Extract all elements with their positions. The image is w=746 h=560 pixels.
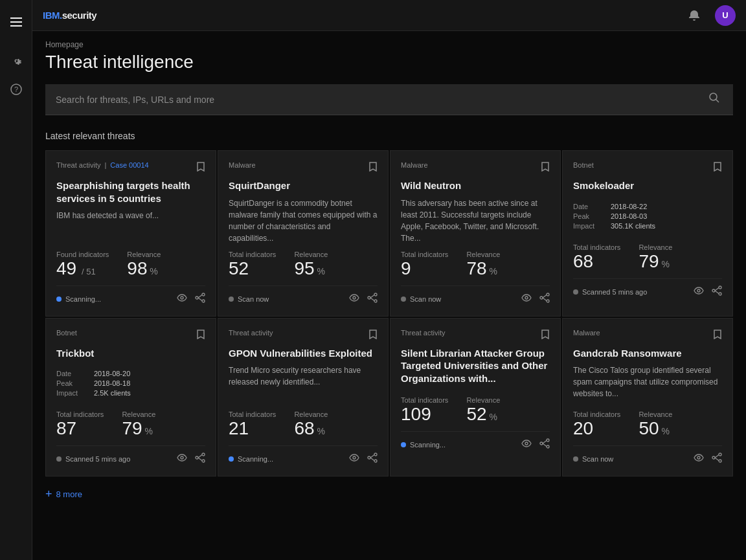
total-indicators-stat: Total indicators 52 (229, 251, 276, 278)
svg-point-34 (196, 456, 198, 459)
share-icon[interactable] (195, 293, 205, 306)
share-icon[interactable] (712, 453, 722, 465)
svg-point-19 (525, 297, 528, 299)
share-icon[interactable] (367, 453, 378, 465)
relevance-stat: Relevance 68 % (294, 410, 328, 438)
view-icon[interactable] (521, 293, 532, 306)
relevance-stat: Relevance 50 % (639, 410, 672, 438)
more-button[interactable]: + 8 more (45, 478, 733, 500)
meta-key: Peak (573, 212, 605, 220)
footer-actions (349, 293, 378, 306)
bookmark-icon[interactable] (368, 161, 378, 174)
svg-point-7 (181, 297, 183, 299)
svg-rect-0 (10, 17, 22, 19)
cards-grid-row1: Threat activity | Case 00014 Spearphishi… (45, 150, 733, 317)
card-status: Scanned 5 mins ago (573, 288, 647, 296)
bookmark-icon[interactable] (196, 329, 205, 342)
meta-row: Date 2018-08-22 (573, 203, 722, 210)
bookmark-icon[interactable] (713, 161, 722, 174)
sidebar-settings-icon[interactable] (3, 48, 29, 74)
view-icon[interactable] (177, 293, 187, 306)
user-avatar[interactable]: U (715, 5, 736, 26)
search-input[interactable] (56, 95, 706, 105)
stat-label-relevance: Relevance (127, 251, 161, 258)
svg-point-44 (547, 439, 549, 442)
threat-card-card-6[interactable]: Threat activity GPON Vulnerabilities Exp… (218, 318, 389, 477)
meta-key: Impact (573, 222, 605, 230)
meta-key: Impact (56, 389, 89, 397)
meta-val: 2018-08-03 (611, 212, 647, 220)
svg-line-12 (198, 298, 202, 301)
page-title: Threat intelligence (45, 52, 733, 73)
share-icon[interactable] (539, 293, 550, 306)
bookmark-icon[interactable] (541, 161, 550, 174)
card-header: Malware (401, 161, 550, 174)
view-icon[interactable] (694, 453, 704, 465)
bookmark-icon[interactable] (541, 329, 550, 342)
card-title: Spearphishing targets health services in… (56, 179, 205, 205)
threat-card-card-2[interactable]: Malware SquirtDanger SquirtDanger is a c… (218, 150, 389, 317)
svg-point-25 (697, 289, 700, 292)
view-icon[interactable] (177, 453, 187, 465)
card-header: Malware (573, 329, 722, 342)
status-text[interactable]: Scan now (410, 295, 441, 303)
svg-point-22 (540, 297, 543, 299)
share-icon[interactable] (712, 286, 722, 298)
share-icon[interactable] (539, 438, 550, 451)
threat-card-card-1[interactable]: Threat activity | Case 00014 Spearphishi… (45, 150, 216, 317)
status-dot (229, 297, 234, 302)
bookmark-icon[interactable] (196, 161, 205, 174)
svg-point-37 (353, 456, 356, 459)
status-dot (229, 456, 234, 462)
relevance-unit: % (659, 426, 670, 436)
main-content: IBM.security U Homepage Threat intellige… (32, 0, 746, 560)
sidebar-menu-icon[interactable] (3, 9, 29, 35)
svg-point-43 (525, 442, 528, 445)
svg-line-36 (198, 458, 202, 461)
bookmark-icon[interactable] (713, 329, 722, 342)
view-icon[interactable] (349, 453, 359, 465)
threat-card-card-8[interactable]: Malware Gandcrab Ransomware The Cisco Ta… (562, 318, 733, 477)
topnav: IBM.security U (32, 0, 746, 31)
status-dot (56, 297, 62, 302)
svg-line-41 (370, 455, 374, 458)
card-type: Threat activity (229, 329, 273, 337)
threat-card-card-7[interactable]: Threat activity Silent Librarian Attacke… (390, 318, 561, 477)
view-icon[interactable] (521, 438, 532, 451)
status-text[interactable]: Scan now (238, 295, 269, 303)
notification-icon[interactable] (684, 5, 705, 26)
status-text[interactable]: Scan now (582, 455, 613, 463)
total-indicators-stat: Total indicators 9 (401, 251, 448, 278)
stat-value-relevance: 95 % (294, 260, 328, 278)
total-indicators-stat: Total indicators 87 (56, 410, 104, 438)
search-button[interactable] (706, 89, 723, 109)
svg-point-52 (712, 456, 715, 459)
card-title: Silent Librarian Attacker Group Targeted… (401, 347, 550, 385)
stat-label-relevance: Relevance (639, 243, 672, 251)
svg-rect-1 (10, 21, 22, 23)
stat-value-relevance: 50 % (639, 420, 672, 438)
svg-line-30 (715, 291, 719, 294)
view-icon[interactable] (349, 293, 359, 306)
card-status: Scanning... (56, 295, 101, 303)
threat-card-card-4[interactable]: Botnet Smokeloader Date 2018-08-22 Peak … (562, 150, 733, 317)
card-type: Botnet (573, 161, 594, 169)
share-icon[interactable] (367, 293, 378, 306)
share-icon[interactable] (195, 453, 205, 465)
threat-card-card-5[interactable]: Botnet Trickbot Date 2018-08-20 Peak 201… (45, 318, 216, 477)
card-header: Threat activity (229, 329, 378, 342)
stat-value-relevance: 79 % (639, 252, 672, 271)
svg-point-40 (368, 456, 370, 459)
bookmark-icon[interactable] (368, 329, 378, 342)
stat-value-total: 20 (573, 420, 620, 438)
svg-point-31 (181, 456, 183, 459)
view-icon[interactable] (694, 286, 704, 298)
stat-label-total: Total indicators (401, 396, 448, 404)
card-meta: Date 2018-08-20 Peak 2018-08-18 Impact 2… (56, 370, 205, 399)
card-link[interactable]: Case 00014 (110, 161, 148, 169)
card-separator: | (104, 161, 106, 169)
svg-line-42 (370, 458, 374, 461)
sidebar-help-icon[interactable]: ? (3, 76, 29, 102)
threat-card-card-3[interactable]: Malware Wild Neutron This adversary has … (390, 150, 561, 317)
search-bar (45, 84, 733, 115)
